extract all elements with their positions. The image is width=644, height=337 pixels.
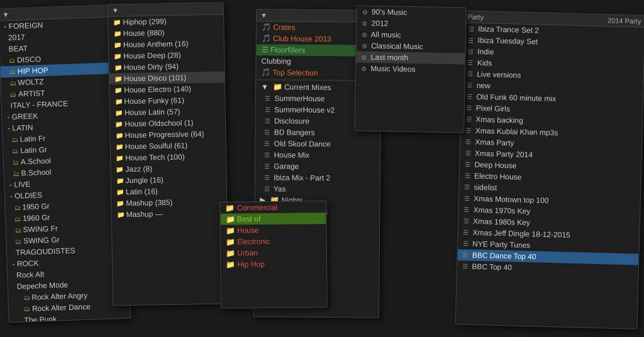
panel6-item[interactable]: 📁 Commercial <box>220 201 326 213</box>
panel6-item[interactable]: 📁 Best of <box>220 213 326 224</box>
panel6-item[interactable]: 📁 House <box>221 224 326 236</box>
party-header: Party <box>467 13 484 21</box>
panel3-mix-item[interactable]: ☰ House Mix <box>255 149 380 162</box>
panel2-item[interactable]: 📁Mashup — <box>112 207 227 220</box>
panel3-mix-item[interactable]: ☰ Old Skool Dance <box>255 138 380 150</box>
panel-house-list: ▼ 📁Hiphop (299) 📁House (880) 📁House Anth… <box>108 2 229 306</box>
panel6-item[interactable]: 📁 Hip Hop <box>221 258 326 270</box>
panel6-item[interactable]: 📁 Urban <box>221 246 326 258</box>
party-2014-header: 2014 Party <box>608 16 641 25</box>
panel6-item[interactable]: 📁 Electronic <box>221 235 326 247</box>
panel-gear-menu: ⚙ 90's Music ⚙ 2012 ⚙ All music ⚙ Classi… <box>354 5 466 133</box>
panel3-mix-item[interactable]: ☰ Garage <box>255 160 380 173</box>
panel-right-list: Party 2014 Party ☰ Ibiza Trance Set 2 ☰ … <box>455 10 644 329</box>
gear-menu-item[interactable]: ⚙ Music Videos <box>356 62 465 75</box>
panel-submenu: 📁 Commercial 📁 Best of 📁 House 📁 Electro… <box>219 201 327 308</box>
panel3-mix-item[interactable]: ☰ Yas <box>255 183 380 196</box>
panel3-mix-item[interactable]: ☰ Ibiza Mix - Part 2 <box>255 172 380 184</box>
